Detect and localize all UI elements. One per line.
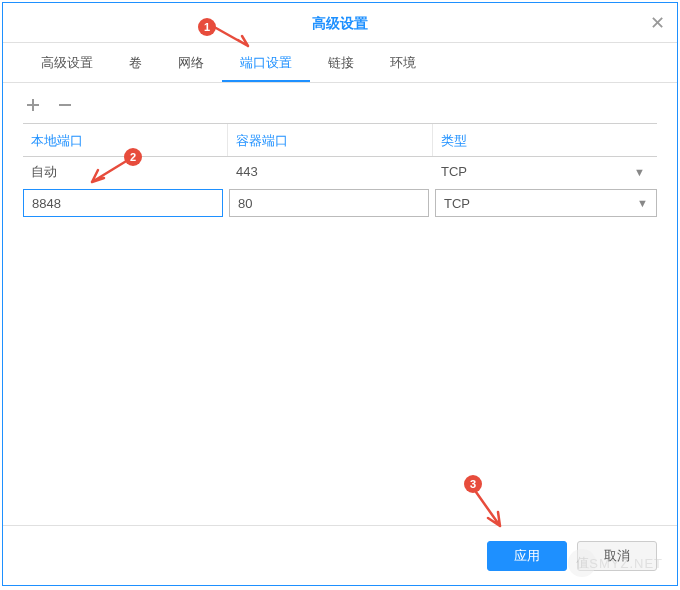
cell-container-port: 443 [228, 157, 433, 187]
remove-button[interactable] [55, 95, 75, 115]
annotation-badge-3: 3 [464, 475, 482, 493]
tab-label: 网络 [178, 55, 204, 70]
close-icon[interactable]: ✕ [647, 13, 667, 33]
tab-label: 卷 [129, 55, 142, 70]
container-port-input[interactable] [229, 189, 429, 217]
column-container-port[interactable]: 容器端口 [228, 124, 433, 156]
table-row: TCP ▼ [23, 189, 657, 221]
table-header: 本地端口 容器端口 类型 [23, 123, 657, 157]
annotation-badge-2: 2 [124, 148, 142, 166]
chevron-down-icon: ▼ [634, 157, 645, 187]
tab-label: 端口设置 [240, 55, 292, 70]
watermark: SMYZ.NET [589, 556, 663, 571]
cell-type: TCP ▼ [433, 157, 657, 187]
apply-button[interactable]: 应用 [487, 541, 567, 571]
tab-volume[interactable]: 卷 [111, 43, 160, 82]
tab-label: 链接 [328, 55, 354, 70]
chevron-down-icon: ▼ [637, 197, 648, 209]
arrow-icon [86, 158, 130, 188]
tab-advanced[interactable]: 高级设置 [23, 43, 111, 82]
button-label: 应用 [514, 548, 540, 563]
arrow-icon [470, 490, 510, 534]
tab-network[interactable]: 网络 [160, 43, 222, 82]
tabs: 高级设置 卷 网络 端口设置 链接 环境 [3, 43, 677, 83]
dialog-header: 高级设置 ✕ [3, 3, 677, 43]
annotation-arrow-1 [214, 26, 258, 52]
column-type[interactable]: 类型 [433, 124, 657, 156]
arrow-icon [214, 26, 258, 52]
type-value: TCP [444, 196, 470, 211]
plus-icon [25, 97, 41, 113]
annotation-arrow-3 [470, 490, 510, 534]
local-port-input[interactable] [23, 189, 223, 217]
add-button[interactable] [23, 95, 43, 115]
tab-links[interactable]: 链接 [310, 43, 372, 82]
annotation-badge-1: 1 [198, 18, 216, 36]
dialog-title: 高级设置 [312, 15, 368, 31]
type-value: TCP [441, 157, 467, 187]
annotation-arrow-2 [86, 158, 130, 188]
toolbar [3, 83, 677, 123]
tab-label: 环境 [390, 55, 416, 70]
type-select[interactable]: TCP ▼ [435, 189, 657, 217]
tab-environment[interactable]: 环境 [372, 43, 434, 82]
tab-label: 高级设置 [41, 55, 93, 70]
minus-icon [57, 97, 73, 113]
dialog: 高级设置 ✕ 高级设置 卷 网络 端口设置 链接 环境 本地端口 容器端口 类型… [2, 2, 678, 586]
